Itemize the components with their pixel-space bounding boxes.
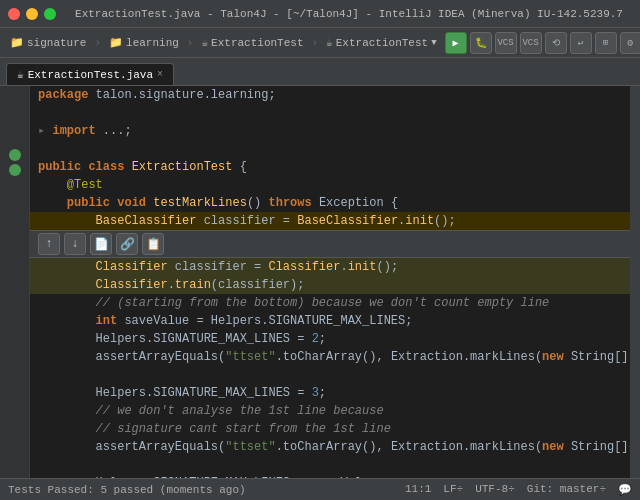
gutter-line-23 xyxy=(0,447,29,462)
tab-extraction-test[interactable]: ☕ ExtractionTest.java × xyxy=(6,63,174,85)
inline-toolbar: ↑ ↓ 📄 🔗 📋 xyxy=(30,230,630,258)
status-position[interactable]: 11:1 xyxy=(405,483,431,496)
code-line-classifier-init[interactable]: Classifier classifier = Classifier.init(… xyxy=(30,258,630,276)
code-line-baseclassifier[interactable]: BaseClassifier classifier = BaseClassifi… xyxy=(30,212,630,230)
nav-actions: ▶ 🐛 VCS VCS ⟲ ↩ ⊞ ⚙ xyxy=(445,32,640,54)
gutter-bp-5[interactable] xyxy=(0,147,29,162)
status-right: 11:1 LF÷ UTF-8÷ Git: master÷ 💬 xyxy=(405,483,632,496)
code-line-blank3 xyxy=(30,366,630,384)
gutter-line-7 xyxy=(0,178,29,193)
vcs-button-1[interactable]: VCS xyxy=(495,32,517,54)
nav-sep-3: › xyxy=(312,37,319,49)
code-line-assert1[interactable]: assertArrayEquals("ttset".toCharArray(),… xyxy=(30,348,630,366)
editor-area: package talon.signature.learning; ▸ impo… xyxy=(0,86,640,478)
breakpoint-dot-2 xyxy=(9,164,21,176)
gutter-line-15 xyxy=(0,325,29,340)
breakpoint-dot xyxy=(9,149,21,161)
code-line-classifier-train[interactable]: Classifier.train(classifier); xyxy=(30,276,630,294)
nav-item-extraction2[interactable]: ☕ ExtractionTest ▼ xyxy=(322,34,440,51)
code-line-assert2[interactable]: assertArrayEquals("ttset".toCharArray(),… xyxy=(30,438,630,456)
code-line-restore[interactable]: Helpers.SIGNATURE_MAX_LINES = saveValue; xyxy=(30,474,630,478)
gutter-line-22 xyxy=(0,432,29,447)
code-line-class[interactable]: public class ExtractionTest { xyxy=(30,158,630,176)
code-line-test1-annot[interactable]: @Test xyxy=(30,176,630,194)
nav-sep-2: › xyxy=(187,37,194,49)
title-bar: ExtractionTest.java - Talon4J - [~/Talon… xyxy=(0,0,640,28)
folder-icon-2: 📁 xyxy=(109,36,123,49)
maximize-button[interactable] xyxy=(44,8,56,20)
code-line-blank2 xyxy=(30,140,630,158)
tab-bar: ☕ ExtractionTest.java × xyxy=(0,58,640,86)
minimize-button[interactable] xyxy=(26,8,38,20)
status-tests: Tests Passed: 5 passed (moments ago) xyxy=(8,484,405,496)
code-line-comment3: // signature cant start from the 1st lin… xyxy=(30,420,630,438)
kw-package: package xyxy=(38,86,88,104)
gutter-line-17 xyxy=(0,355,29,370)
undo-button[interactable]: ↩ xyxy=(570,32,592,54)
code-line-maxlines2[interactable]: Helpers.SIGNATURE_MAX_LINES = 2; xyxy=(30,330,630,348)
gutter-line-10 xyxy=(0,248,29,263)
nav-item-signature[interactable]: 📁 signature xyxy=(6,34,90,51)
nav-bar: 📁 signature › 📁 learning › ☕ ExtractionT… xyxy=(0,28,640,58)
gutter-line-13 xyxy=(0,294,29,309)
gutter-line-12 xyxy=(0,279,29,294)
java-tab-icon: ☕ xyxy=(17,68,24,81)
history-button[interactable]: ⟲ xyxy=(545,32,567,54)
folder-icon: 📁 xyxy=(10,36,24,49)
status-icon: 💬 xyxy=(618,483,632,496)
code-line-comment2: // we don't analyse the 1st line because xyxy=(30,402,630,420)
gutter-line-11 xyxy=(0,263,29,278)
grid-button[interactable]: ⊞ xyxy=(595,32,617,54)
gutter-line-21 xyxy=(0,417,29,432)
gutter-line-3 xyxy=(0,117,29,132)
gutter-toolbar xyxy=(0,209,29,233)
code-line-comment1: // (starting from the bottom) because we… xyxy=(30,294,630,312)
close-button[interactable] xyxy=(8,8,20,20)
code-editor[interactable]: package talon.signature.learning; ▸ impo… xyxy=(30,86,630,478)
toolbar-doc-btn[interactable]: 📄 xyxy=(90,233,112,255)
tab-close-button[interactable]: × xyxy=(157,69,163,80)
toolbar-copy-btn[interactable]: 📋 xyxy=(142,233,164,255)
nav-sep-1: › xyxy=(94,37,101,49)
gutter-line-14 xyxy=(0,309,29,324)
code-content: package talon.signature.learning; ▸ impo… xyxy=(30,86,630,478)
nav-item-learning[interactable]: 📁 learning xyxy=(105,34,183,51)
toolbar-down-btn[interactable]: ↓ xyxy=(64,233,86,255)
toolbar-link-btn[interactable]: 🔗 xyxy=(116,233,138,255)
gear-button[interactable]: ⚙ xyxy=(620,32,640,54)
scrollbar[interactable] xyxy=(630,86,640,478)
debug-button[interactable]: 🐛 xyxy=(470,32,492,54)
code-line-blank1 xyxy=(30,104,630,122)
java-icon-2: ☕ xyxy=(326,36,333,49)
gutter-line-4 xyxy=(0,132,29,147)
gutter-bp-6[interactable] xyxy=(0,163,29,178)
status-git[interactable]: Git: master÷ xyxy=(527,483,606,496)
gutter-line-20 xyxy=(0,401,29,416)
status-lf[interactable]: LF÷ xyxy=(443,483,463,496)
java-icon: ☕ xyxy=(201,36,208,49)
gutter-line-19 xyxy=(0,386,29,401)
traffic-lights xyxy=(8,8,56,20)
toolbar-up-btn[interactable]: ↑ xyxy=(38,233,60,255)
run-button[interactable]: ▶ xyxy=(445,32,467,54)
fold-icon[interactable]: ▸ xyxy=(38,122,45,140)
nav-item-extraction[interactable]: ☕ ExtractionTest xyxy=(197,34,307,51)
window-title: ExtractionTest.java - Talon4J - [~/Talon… xyxy=(66,8,632,20)
code-line-savevalue[interactable]: int saveValue = Helpers.SIGNATURE_MAX_LI… xyxy=(30,312,630,330)
gutter-line-24 xyxy=(0,463,29,478)
code-line-import[interactable]: ▸ import ...; xyxy=(30,122,630,140)
gutter-line-8 xyxy=(0,193,29,208)
vcs-button-2[interactable]: VCS xyxy=(520,32,542,54)
code-line-testmarklines[interactable]: public void testMarkLines() throws Excep… xyxy=(30,194,630,212)
status-bar: Tests Passed: 5 passed (moments ago) 11:… xyxy=(0,478,640,500)
status-encoding[interactable]: UTF-8÷ xyxy=(475,483,515,496)
gutter-line-2 xyxy=(0,101,29,116)
line-gutter xyxy=(0,86,30,478)
code-line-package[interactable]: package talon.signature.learning; xyxy=(30,86,630,104)
code-line-maxlines3[interactable]: Helpers.SIGNATURE_MAX_LINES = 3; xyxy=(30,384,630,402)
code-line-blank4 xyxy=(30,456,630,474)
gutter-line-1 xyxy=(0,86,29,101)
gutter-line-16 xyxy=(0,340,29,355)
gutter-line-9 xyxy=(0,233,29,248)
dropdown-icon: ▼ xyxy=(431,38,436,48)
